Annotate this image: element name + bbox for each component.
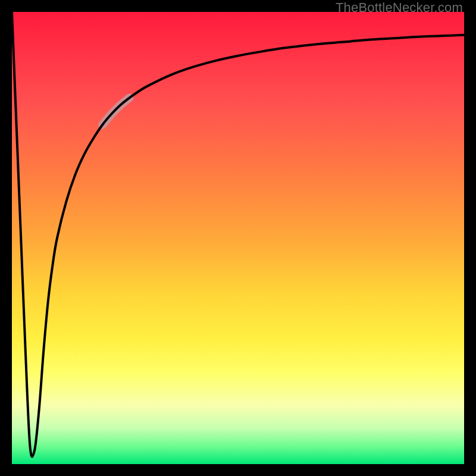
chart-frame: TheBottleNecker.com — [0, 0, 476, 476]
bottleneck-curve — [12, 12, 464, 457]
plot-area — [12, 12, 464, 464]
curve-svg — [12, 12, 464, 464]
